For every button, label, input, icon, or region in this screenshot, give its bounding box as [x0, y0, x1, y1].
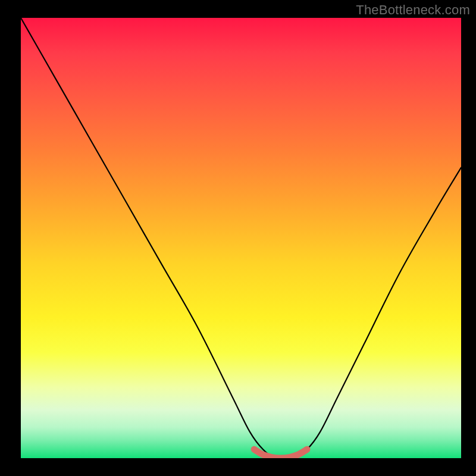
chart-frame: TheBottleneck.com [0, 0, 476, 476]
curve-svg [21, 18, 461, 458]
bottleneck-curve-path [21, 18, 461, 458]
plot-area [21, 18, 461, 458]
watermark-label: TheBottleneck.com [356, 2, 470, 18]
bottom-highlight-path [254, 449, 307, 458]
